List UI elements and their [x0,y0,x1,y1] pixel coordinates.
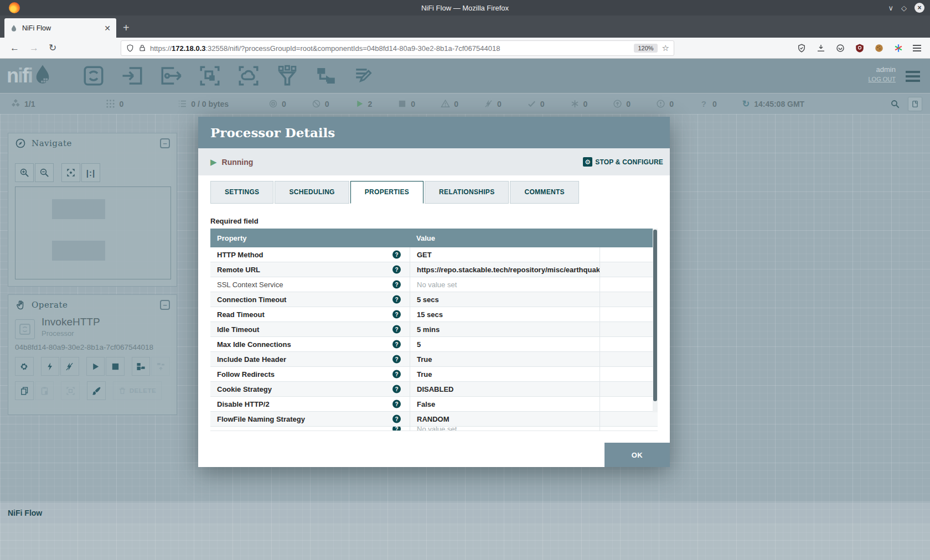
window-maximize-icon[interactable]: ◇ [901,4,907,12]
property-column-header: Property [210,234,410,242]
property-value[interactable]: 5 secs [410,292,600,307]
property-name: Idle Timeout? [210,322,410,336]
property-row: SSL Context Service?No value set [210,277,658,292]
property-help-icon[interactable]: ? [392,355,401,364]
multi-color-asterisk-icon[interactable] [893,43,903,53]
browser-tab[interactable]: NiFi Flow ✕ [4,18,116,38]
privacy-shield-icon[interactable] [797,43,807,53]
property-help-icon[interactable]: ? [392,266,401,274]
running-status-label: Running [222,158,583,167]
page-zoom-indicator[interactable]: 120% [634,44,657,53]
window-minimize-icon[interactable]: ∨ [888,4,893,12]
property-row: Disable HTTP/2?False [210,397,658,412]
property-help-icon[interactable]: ? [392,385,401,393]
tab-scheduling[interactable]: SCHEDULING [275,181,349,204]
property-value[interactable]: True [410,367,600,381]
property-name: Max Idle Connections? [210,337,410,351]
property-extra-cell [600,277,658,292]
property-extra-cell [600,247,658,262]
tab-comments[interactable]: COMMENTS [510,181,578,204]
property-value[interactable]: 5 [410,337,600,351]
scrollbar-thumb[interactable] [653,230,657,401]
property-row: Idle Timeout?5 mins [210,322,658,337]
table-scrollbar[interactable] [653,229,658,412]
window-close-icon[interactable]: × [914,3,924,13]
property-row: FlowFile Naming Strategy?RANDOM [210,412,658,427]
property-extra-cell [600,262,658,277]
property-row: Connection Timeout?5 secs [210,292,658,307]
url-text[interactable]: https://172.18.0.3:32558/nifi/?processGr… [150,44,629,53]
property-extra-cell [600,322,658,336]
extension-toolbar [797,38,921,59]
property-row: HTTP Method?GET [210,247,658,262]
property-extra-cell [600,337,658,351]
property-name: HTTP Method? [210,247,410,262]
property-help-icon[interactable]: ? [392,427,401,431]
window-title: NiFi Flow — Mozilla Firefox [0,4,930,12]
window-titlebar: NiFi Flow — Mozilla Firefox ∨ ◇ × [0,0,930,15]
ok-button[interactable]: OK [604,443,670,467]
bookmark-star-icon[interactable]: ☆ [662,43,669,53]
property-value[interactable]: https://repo.stackable.tech/repository/m… [410,262,600,277]
property-value[interactable]: GET [410,247,600,262]
property-value[interactable]: False [410,397,600,411]
firefox-logo-icon [9,2,20,13]
url-bar[interactable]: https://172.18.0.3:32558/nifi/?processGr… [121,40,674,56]
dialog-title: Processor Details [210,125,335,140]
property-value[interactable]: True [410,352,600,366]
back-button-icon[interactable]: ← [10,43,19,54]
property-value[interactable]: No value set [410,427,600,431]
property-help-icon[interactable]: ? [392,325,401,334]
property-value[interactable]: RANDOM [410,412,600,426]
tab-close-icon[interactable]: ✕ [104,24,111,33]
property-help-icon[interactable]: ? [392,310,401,319]
new-tab-button[interactable]: + [123,21,130,34]
property-help-icon[interactable]: ? [392,340,401,349]
reload-button-icon[interactable]: ↻ [49,42,56,54]
property-row: Cookie Strategy?DISABLED [210,382,658,397]
download-icon[interactable] [816,43,826,53]
ublock-shield-icon[interactable] [855,43,865,53]
tab-properties[interactable]: PROPERTIES [350,181,423,204]
property-row: Follow Redirects?True [210,367,658,382]
processor-details-dialog: Processor Details ▶ Running ⚙ STOP & CON… [198,117,670,467]
property-help-icon[interactable]: ? [392,415,401,423]
stop-configure-gear-icon: ⚙ [583,157,592,167]
properties-table-header: Property Value [210,229,658,247]
connection-lock-icon[interactable] [138,44,147,53]
property-help-icon[interactable]: ? [392,370,401,378]
property-name: Include Date Header? [210,352,410,366]
forward-button-icon[interactable]: → [29,43,39,54]
property-name: Connection Timeout? [210,292,410,307]
property-row: Remote URL?https://repo.stackable.tech/r… [210,262,658,277]
tracking-shield-icon[interactable] [126,44,135,53]
property-name: Follow Redirects? [210,367,410,381]
property-name: Read Timeout? [210,307,410,322]
browser-menu-icon[interactable] [913,45,921,51]
property-extra-cell [600,427,658,431]
property-extra-cell [600,292,658,307]
cookie-icon[interactable] [874,43,884,53]
tab-strip: NiFi Flow ✕ + [0,15,930,38]
property-extra-cell [600,367,658,381]
property-name: SSL Context Service? [210,277,410,292]
property-help-icon[interactable]: ? [392,251,401,259]
property-value[interactable]: 5 mins [410,322,600,336]
stop-and-configure-button[interactable]: ⚙ STOP & CONFIGURE [583,157,663,167]
property-value[interactable]: 15 secs [410,307,600,322]
property-value[interactable]: DISABLED [410,382,600,396]
tab-relationships[interactable]: RELATIONSHIPS [425,181,509,204]
containers-mask-icon[interactable] [835,43,845,53]
property-row: ?No value set [210,427,658,431]
running-status-icon: ▶ [210,157,217,167]
tab-settings[interactable]: SETTINGS [210,181,273,204]
property-help-icon[interactable]: ? [392,295,401,304]
browser-navbar: ← → ↻ https://172.18.0.3:32558/nifi/?pro… [0,38,930,59]
required-field-label: Required field [210,217,670,225]
property-extra-cell [600,382,658,396]
property-help-icon[interactable]: ? [392,400,401,408]
nifi-favicon-drop-icon [10,24,18,32]
property-help-icon[interactable]: ? [392,281,401,289]
property-name: Remote URL? [210,262,410,277]
property-value[interactable]: No value set [410,277,600,292]
